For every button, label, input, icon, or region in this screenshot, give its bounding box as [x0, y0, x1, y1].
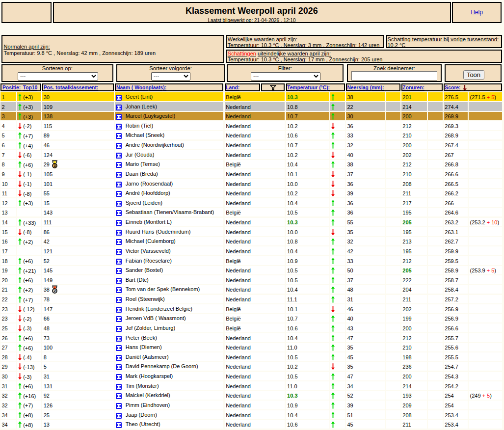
svg-text:3: 3 — [53, 163, 55, 168]
svg-text:2: 2 — [53, 289, 55, 293]
